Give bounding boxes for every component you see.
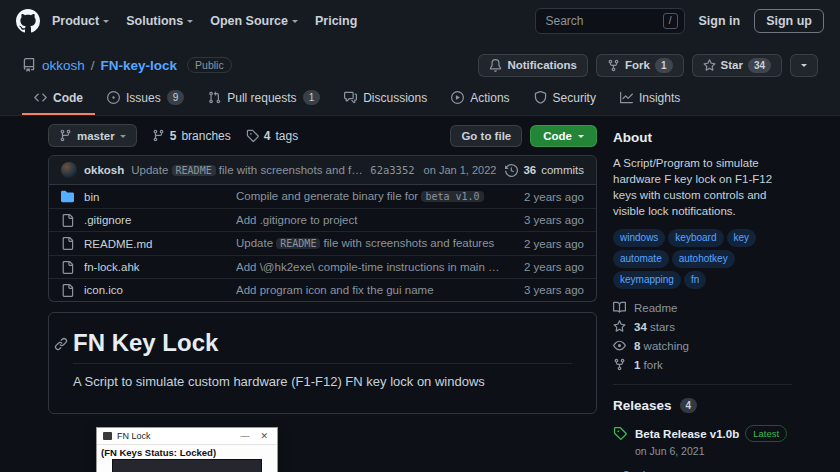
file-name-link[interactable]: README.md: [84, 236, 236, 252]
code-button[interactable]: Code: [530, 125, 597, 147]
file-age: 3 years ago: [512, 212, 584, 228]
repo-header: okkosh / FN-key-lock Public Notification…: [0, 42, 840, 116]
commit-author-avatar[interactable]: [61, 162, 77, 178]
watchers-link[interactable]: 8 watching: [613, 339, 792, 352]
file-commit-message-link[interactable]: Compile and generate binary file for bet…: [236, 188, 512, 205]
meta-label: 8 watching: [634, 340, 689, 352]
tab-security[interactable]: Security: [522, 84, 608, 115]
book-icon: [613, 301, 626, 314]
commit-history-link[interactable]: 36 commits: [505, 164, 584, 177]
topic-automate[interactable]: automate: [613, 250, 669, 268]
go-to-file-button[interactable]: Go to file: [450, 125, 522, 147]
tab-pull-requests[interactable]: Pull requests1: [196, 84, 332, 115]
topic-key[interactable]: key: [727, 229, 757, 247]
commit-author-link[interactable]: okkosh: [84, 164, 124, 176]
inline-code: beta v1.0: [421, 191, 483, 202]
fork-icon: [607, 59, 620, 72]
tags-label: tags: [275, 129, 298, 143]
tab-discussions[interactable]: Discussions: [332, 84, 439, 115]
tab-issues[interactable]: Issues9: [95, 84, 196, 115]
topic-keyboard[interactable]: keyboard: [668, 229, 723, 247]
tab-label: Insights: [639, 91, 680, 105]
latest-badge: Latest: [745, 425, 787, 442]
tab-counter: 1: [303, 90, 321, 105]
branches-count: 5: [170, 129, 177, 143]
file-row[interactable]: icon.icoAdd program icon and fix the gui…: [49, 278, 596, 301]
commit-hash-link[interactable]: 62a3352: [370, 164, 414, 176]
branch-selector[interactable]: master: [48, 124, 137, 147]
file-icon: [61, 284, 84, 297]
fork-label: Fork: [625, 59, 650, 71]
repo-meta-list: Readme34 stars8 watching1 fork: [613, 301, 792, 371]
header-nav: ProductSolutionsOpen SourcePricing: [52, 14, 357, 28]
tab-counter: 9: [167, 90, 185, 105]
toolbar-right: Go to file Code: [450, 125, 597, 147]
topic-windows[interactable]: windows: [613, 229, 665, 247]
file-name-link[interactable]: fn-lock.ahk: [84, 259, 236, 275]
file-row[interactable]: README.mdUpdate README file with screens…: [49, 231, 596, 255]
topic-keymapping[interactable]: keymapping: [613, 271, 681, 289]
github-header: ProductSolutionsOpen SourcePricing Searc…: [0, 0, 840, 42]
repo-tab-nav: CodeIssues9Pull requests1DiscussionsActi…: [22, 84, 818, 115]
tag-icon: [246, 129, 259, 142]
nav-item-product[interactable]: Product: [52, 14, 109, 28]
meta-count: 8: [634, 340, 640, 352]
sign-up-button[interactable]: Sign up: [754, 9, 824, 33]
history-icon: [505, 164, 518, 177]
fork-button[interactable]: Fork 1: [596, 54, 683, 77]
nav-item-pricing[interactable]: Pricing: [315, 14, 357, 28]
file-icon: [61, 237, 84, 250]
file-commit-message-link[interactable]: Add \@hk2exe\ compile-time instructions …: [236, 259, 512, 275]
star-dropdown-button[interactable]: [790, 54, 818, 77]
link-icon[interactable]: [54, 337, 68, 351]
file-row[interactable]: binCompile and generate binary file for …: [49, 185, 596, 208]
file-row[interactable]: .gitignoreAdd .gitignore to project3 yea…: [49, 208, 596, 231]
file-name-link[interactable]: .gitignore: [84, 212, 236, 228]
sign-in-link[interactable]: Sign in: [699, 14, 741, 28]
file-age: 2 years ago: [512, 259, 584, 275]
file-table: binCompile and generate binary file for …: [48, 185, 597, 302]
file-name-link[interactable]: bin: [84, 189, 236, 205]
topic-fn[interactable]: fn: [684, 271, 706, 289]
readme-link[interactable]: Readme: [613, 301, 792, 314]
code-button-label: Code: [543, 130, 572, 142]
star-count-badge: 34: [748, 58, 771, 73]
forks-link[interactable]: 1 fork: [613, 358, 792, 371]
nav-item-open-source[interactable]: Open Source: [210, 14, 298, 28]
branches-link[interactable]: 5 branches: [152, 129, 231, 143]
latest-release-item[interactable]: Beta Release v1.0b Latest on Jun 6, 2021: [613, 425, 792, 457]
bell-icon: [489, 59, 502, 72]
github-logo-icon[interactable]: [16, 9, 40, 33]
file-row[interactable]: fn-lock.ahkAdd \@hk2exe\ compile-time in…: [49, 255, 596, 278]
caret-down-icon: [187, 20, 193, 26]
topic-autohotkey[interactable]: autohotkey: [672, 250, 735, 268]
file-commit-message-link[interactable]: Add program icon and fix the gui name: [236, 282, 512, 298]
latest-commit-bar: okkosh Update README file with screensho…: [48, 155, 597, 185]
file-name-link[interactable]: icon.ico: [84, 282, 236, 298]
file-commit-message-link[interactable]: Update README file with screenshots and …: [236, 235, 512, 252]
file-commit-message-link[interactable]: Add .gitignore to project: [236, 212, 512, 228]
commit-message-link[interactable]: Update README file with screenshots and …: [131, 164, 363, 176]
star-button[interactable]: Star 34: [692, 54, 783, 77]
file-age: 3 years ago: [512, 282, 584, 298]
repo-owner-link[interactable]: okkosh: [42, 58, 85, 73]
commits-label: commits: [541, 164, 584, 176]
meta-count: 1: [634, 359, 640, 371]
readme-description: A Script to simulate custom hardware (F1…: [73, 374, 572, 389]
meta-label: Readme: [634, 302, 677, 314]
pull-request-icon: [208, 91, 221, 104]
releases-link[interactable]: Releases: [613, 398, 672, 413]
stars-link[interactable]: 34 stars: [613, 320, 792, 333]
commit-date: on Jan 1, 2022: [424, 164, 497, 176]
repo-name-link[interactable]: FN-key-lock: [101, 58, 178, 73]
topic-list: windowskeyboardkeyautomateautohotkeykeym…: [613, 229, 792, 289]
nav-item-solutions[interactable]: Solutions: [126, 14, 193, 28]
tab-insights[interactable]: Insights: [608, 84, 692, 115]
tab-actions[interactable]: Actions: [439, 84, 521, 115]
tags-link[interactable]: 4 tags: [246, 129, 298, 143]
notifications-button[interactable]: Notifications: [478, 54, 588, 77]
search-input[interactable]: Search /: [535, 8, 685, 34]
star-label: Star: [721, 59, 743, 71]
tab-code[interactable]: Code: [22, 84, 95, 115]
repo-separator: /: [91, 58, 95, 73]
